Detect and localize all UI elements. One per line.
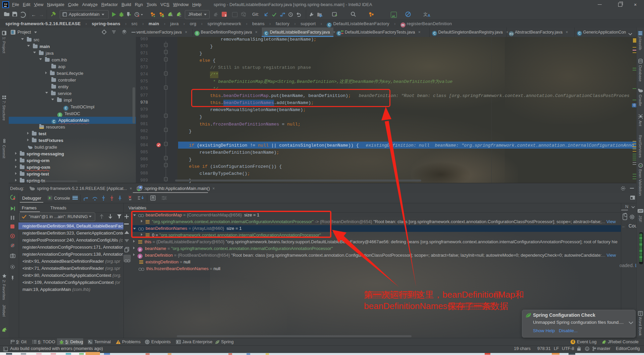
svg-text:A: A [428,13,430,17]
svg-text:文: 文 [423,12,428,17]
